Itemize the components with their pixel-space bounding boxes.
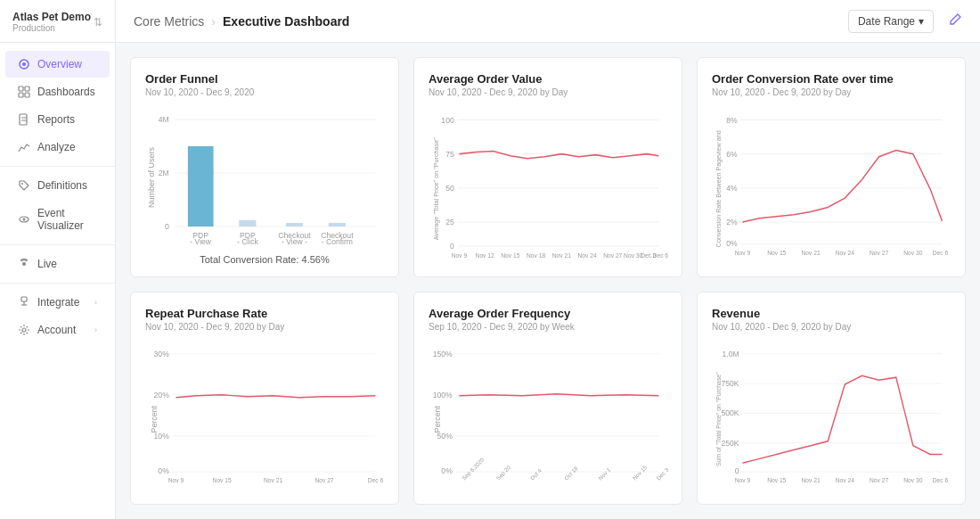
sidebar-label-reports: Reports xyxy=(37,113,75,126)
svg-text:Nov 30: Nov 30 xyxy=(903,477,922,483)
sidebar-item-account[interactable]: Account › xyxy=(5,317,110,343)
svg-text:Number of Users: Number of Users xyxy=(147,146,156,208)
svg-text:Nov 24: Nov 24 xyxy=(577,252,596,259)
svg-text:Nov 15: Nov 15 xyxy=(767,250,786,256)
repeat-purchase-subtitle: Nov 10, 2020 - Dec 9, 2020 by Day xyxy=(145,322,384,332)
sidebar-label-overview: Overview xyxy=(37,58,82,70)
svg-text:Average "Total Price" on "Purc: Average "Total Price" on "Purchase" xyxy=(434,137,441,241)
svg-text:Nov 24: Nov 24 xyxy=(836,250,854,256)
sidebar-item-integrate[interactable]: Integrate › xyxy=(5,289,110,316)
svg-text:20%: 20% xyxy=(154,391,169,400)
svg-text:100%: 100% xyxy=(433,391,453,400)
sidebar-item-dashboards[interactable]: Dashboards xyxy=(5,78,110,105)
svg-text:- View: - View xyxy=(190,237,211,246)
svg-text:6%: 6% xyxy=(726,149,737,158)
svg-text:250K: 250K xyxy=(722,439,739,448)
card-avg-order-freq: Average Order Frequency Sep 10, 2020 - D… xyxy=(413,292,682,505)
date-range-label: Date Range xyxy=(858,15,915,28)
svg-text:Nov 15: Nov 15 xyxy=(767,477,786,483)
date-range-button[interactable]: Date Range ▾ xyxy=(848,10,934,33)
svg-point-1 xyxy=(22,62,26,66)
breadcrumb-item[interactable]: Core Metrics xyxy=(134,14,204,29)
sidebar-item-analyze[interactable]: Analyze xyxy=(5,134,110,161)
revenue-subtitle: Nov 10, 2020 - Dec 9, 2020 by Day xyxy=(712,322,951,332)
card-avg-order-value: Average Order Value Nov 10, 2020 - Dec 9… xyxy=(413,57,682,277)
svg-text:Dec 6: Dec 6 xyxy=(653,252,669,259)
sidebar-item-event-visualizer[interactable]: Event Visualizer xyxy=(5,200,110,239)
card-order-conversion: Order Conversion Rate over time Nov 10, … xyxy=(697,57,966,277)
plug-icon xyxy=(18,296,30,309)
card-order-funnel: Order Funnel Nov 10, 2020 - Dec 9, 2020 … xyxy=(130,57,399,277)
order-funnel-chart: 4M 2M 0 Number of Users xyxy=(145,106,384,249)
header: Core Metrics › Executive Dashboard Date … xyxy=(116,0,980,43)
svg-text:Sep 6,2020: Sep 6,2020 xyxy=(461,457,486,482)
revenue-chart: Sum of "Total Price" on "Purchase" 1.0M … xyxy=(712,341,951,490)
svg-text:150%: 150% xyxy=(433,350,453,358)
svg-text:Nov 15: Nov 15 xyxy=(501,252,519,259)
sidebar-nav: Overview Dashboards Reports Analyze xyxy=(0,43,115,519)
avg-order-value-title: Average Order Value xyxy=(429,72,667,86)
brand-section[interactable]: Atlas Pet Demo Production ⇅ xyxy=(0,0,115,43)
svg-text:500K: 500K xyxy=(722,409,739,418)
account-arrow: › xyxy=(94,325,97,334)
svg-text:Nov 21: Nov 21 xyxy=(801,477,820,483)
svg-text:Nov 9: Nov 9 xyxy=(452,252,468,259)
svg-text:0: 0 xyxy=(450,242,454,251)
svg-text:0: 0 xyxy=(165,222,169,231)
sidebar-item-definitions[interactable]: Definitions xyxy=(5,172,110,199)
svg-text:Nov 27: Nov 27 xyxy=(870,250,888,256)
file-icon xyxy=(18,113,30,126)
svg-text:75: 75 xyxy=(445,149,454,158)
sidebar-item-reports[interactable]: Reports xyxy=(5,106,110,133)
revenue-title: Revenue xyxy=(712,307,951,320)
circle-dot-icon xyxy=(18,58,30,70)
svg-text:Nov 21: Nov 21 xyxy=(552,252,571,259)
repeat-purchase-chart: Percent 30% 20% 10% 0% Nov 9 Nov 15 Nov … xyxy=(145,341,384,490)
divider-3 xyxy=(0,283,115,284)
svg-text:Nov 27: Nov 27 xyxy=(603,252,622,259)
sidebar-label-account: Account xyxy=(37,324,76,336)
svg-text:4M: 4M xyxy=(159,115,169,124)
order-funnel-subtitle: Nov 10, 2020 - Dec 9, 2020 xyxy=(145,87,384,97)
svg-rect-24 xyxy=(239,220,256,227)
edit-button[interactable] xyxy=(948,12,962,30)
chevron-down-icon: ▾ xyxy=(919,15,924,28)
svg-point-11 xyxy=(23,218,26,221)
svg-text:0: 0 xyxy=(735,466,739,475)
main-content: Core Metrics › Executive Dashboard Date … xyxy=(116,0,980,519)
svg-point-12 xyxy=(22,262,26,266)
repeat-purchase-title: Repeat Purchase Rate xyxy=(145,307,384,320)
svg-text:Nov 24: Nov 24 xyxy=(836,477,854,483)
svg-rect-6 xyxy=(20,114,27,125)
svg-rect-4 xyxy=(19,93,23,97)
svg-text:4%: 4% xyxy=(726,184,737,193)
svg-text:Nov 21: Nov 21 xyxy=(801,250,820,256)
svg-text:Conversion Rate Between Pagevi: Conversion Rate Between Pageview and xyxy=(715,130,723,247)
radio-icon xyxy=(18,258,30,270)
divider-1 xyxy=(0,166,115,167)
svg-text:Nov 15: Nov 15 xyxy=(213,477,232,483)
sidebar-item-live[interactable]: Live xyxy=(5,251,110,277)
sidebar-item-overview[interactable]: Overview xyxy=(5,51,110,78)
svg-text:25: 25 xyxy=(445,218,454,227)
svg-text:0%: 0% xyxy=(726,238,737,247)
gear-icon xyxy=(18,324,30,336)
svg-rect-13 xyxy=(21,297,27,301)
dashboard-grid: Order Funnel Nov 10, 2020 - Dec 9, 2020 … xyxy=(116,43,980,519)
svg-text:Sep 20: Sep 20 xyxy=(494,464,512,482)
order-funnel-title: Order Funnel xyxy=(145,72,384,86)
svg-text:Nov 18: Nov 18 xyxy=(527,252,545,259)
svg-text:Nov 27: Nov 27 xyxy=(314,477,333,483)
order-conversion-chart: Conversion Rate Between Pageview and 8% … xyxy=(712,106,951,262)
avg-order-freq-subtitle: Sep 10, 2020 - Dec 9, 2020 by Week xyxy=(429,322,667,332)
integrate-arrow: › xyxy=(94,298,97,307)
brand-name: Atlas Pet Demo xyxy=(12,11,91,23)
sidebar-label-analyze: Analyze xyxy=(37,141,76,153)
svg-text:30%: 30% xyxy=(154,350,169,358)
svg-text:Oct 4: Oct 4 xyxy=(529,467,543,482)
svg-text:Dec 6: Dec 6 xyxy=(368,477,384,483)
grid-icon xyxy=(18,86,30,98)
avg-order-value-chart: Average "Total Price" on "Purchase" 100 … xyxy=(429,106,667,262)
sidebar-label-live: Live xyxy=(37,258,57,270)
svg-point-9 xyxy=(21,183,23,185)
